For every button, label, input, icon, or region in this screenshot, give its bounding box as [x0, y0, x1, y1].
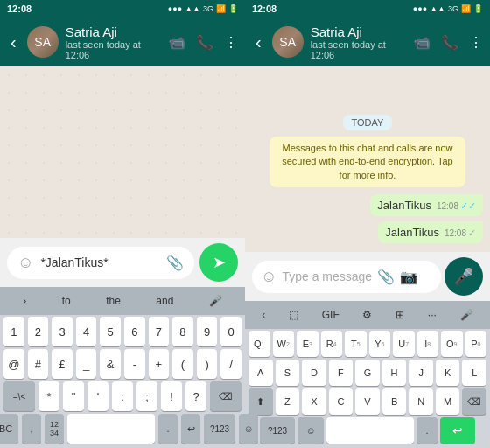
key-amp[interactable]: & [100, 349, 121, 379]
attach-icon-right[interactable]: 📎 [377, 269, 395, 285]
kb-tool-the[interactable]: the [102, 293, 124, 309]
rkey-a[interactable]: A [248, 360, 273, 386]
rkey-v[interactable]: V [355, 388, 380, 415]
key-exclaim[interactable]: ! [161, 382, 182, 411]
mic-button[interactable]: 🎤 [444, 257, 483, 296]
rkey-u[interactable]: U7 [393, 331, 415, 357]
key-question[interactable]: ? [186, 382, 206, 411]
rkey-t[interactable]: T5 [345, 331, 367, 357]
key-quote[interactable]: " [63, 382, 84, 411]
key-hash[interactable]: # [28, 349, 49, 379]
key-3[interactable]: 3 [52, 317, 73, 346]
emoji-icon-left[interactable]: ☺ [18, 254, 33, 272]
key-num-switch[interactable]: 1234 [45, 414, 64, 444]
rkb-box[interactable]: ⬚ [285, 307, 302, 323]
key-1[interactable]: 1 [4, 317, 24, 346]
key-oparen[interactable]: ( [172, 349, 193, 379]
rkey-g[interactable]: G [355, 360, 380, 386]
key-backspace[interactable]: ⌫ [210, 382, 242, 411]
back-button-left[interactable]: ‹ [7, 29, 20, 56]
rkey-q[interactable]: Q1 [248, 331, 270, 357]
rkey-period[interactable]: . [416, 417, 438, 444]
rkey-l[interactable]: L [462, 360, 486, 386]
key-at[interactable]: @ [4, 349, 24, 379]
key-4[interactable]: 4 [76, 317, 97, 346]
rkey-s[interactable]: S [276, 360, 300, 386]
rkb-prev[interactable]: ‹ [258, 307, 269, 323]
rkey-b[interactable]: B [382, 388, 407, 415]
key-emoji[interactable]: ☺ [239, 414, 258, 444]
rkey-y[interactable]: Y6 [369, 331, 391, 357]
key-9[interactable]: 9 [197, 317, 218, 346]
video-call-icon[interactable]: 📹 [168, 34, 186, 51]
rkb-gear[interactable]: ⚙ [359, 307, 375, 323]
rkey-backspace[interactable]: ⌫ [462, 388, 486, 415]
rkey-f[interactable]: F [329, 360, 354, 386]
key-semicolon[interactable]: ; [136, 382, 158, 411]
right-input-box[interactable]: ☺ Type a message 📎 📷 [252, 261, 441, 293]
rkey-shift[interactable]: ⬆ [248, 388, 273, 415]
emoji-icon-right[interactable]: ☺ [261, 268, 276, 286]
key-minus[interactable]: - [124, 349, 145, 379]
rkey-m[interactable]: M [436, 388, 460, 415]
rkey-123[interactable]: ?123 [260, 417, 295, 444]
contact-info-left[interactable]: Satria Aji last seen today at 12:06 [66, 24, 161, 60]
back-button-right[interactable]: ‹ [252, 29, 265, 56]
contact-info-right[interactable]: Satria Aji last seen today at 12:06 [311, 24, 406, 60]
menu-icon-left[interactable]: ⋮ [224, 34, 238, 51]
video-call-icon-right[interactable]: 📹 [413, 34, 430, 51]
key-pound[interactable]: £ [52, 349, 73, 379]
rkey-enter[interactable]: ↩ [440, 417, 475, 444]
key-0[interactable]: 0 [220, 317, 242, 346]
key-space[interactable] [67, 414, 155, 444]
send-button-left[interactable]: ➤ [200, 243, 238, 282]
kb-tool-to[interactable]: to [59, 293, 74, 309]
rkey-emoji-bottom[interactable]: ☺ [298, 417, 324, 444]
rkey-j[interactable]: J [409, 360, 433, 386]
rkey-i[interactable]: I8 [417, 331, 439, 357]
key-star[interactable]: * [38, 382, 60, 411]
kb-tool-prev[interactable]: › [19, 293, 30, 309]
rkey-o[interactable]: O9 [441, 331, 463, 357]
key-plus[interactable]: + [149, 349, 170, 379]
rkey-x[interactable]: X [302, 388, 326, 415]
key-6[interactable]: 6 [124, 317, 145, 346]
rkey-z[interactable]: Z [276, 388, 300, 415]
rkey-h[interactable]: H [382, 360, 407, 386]
left-input-box[interactable]: ☺ *JalanTikus* 📎 [7, 247, 194, 279]
rkb-gif[interactable]: GIF [318, 307, 343, 323]
kb-tool-mic[interactable]: 🎤 [206, 293, 226, 309]
rkey-space[interactable] [326, 417, 414, 444]
rkey-w[interactable]: W2 [273, 331, 295, 357]
key-comma[interactable]: , [22, 414, 41, 444]
key-8[interactable]: 8 [172, 317, 193, 346]
phone-call-icon[interactable]: 📞 [196, 34, 214, 51]
key-cparen[interactable]: ) [197, 349, 218, 379]
rkey-k[interactable]: K [436, 360, 460, 386]
key-2[interactable]: 2 [28, 317, 49, 346]
key-apostrophe[interactable]: ' [88, 382, 108, 411]
system-message[interactable]: Messages to this chat and calls are now … [270, 136, 466, 187]
camera-icon[interactable]: 📷 [400, 269, 417, 285]
key-123[interactable]: ?123 [204, 414, 235, 444]
phone-call-icon-right[interactable]: 📞 [441, 34, 458, 51]
rkey-n[interactable]: N [409, 388, 433, 415]
key-7[interactable]: 7 [149, 317, 170, 346]
key-underscore[interactable]: _ [76, 349, 97, 379]
menu-icon-right[interactable]: ⋮ [469, 34, 483, 51]
key-period[interactable]: . [158, 414, 178, 444]
key-equals-bslash[interactable]: =\< [4, 382, 35, 411]
rkey-e[interactable]: E3 [297, 331, 318, 357]
rkb-grid[interactable]: ⊞ [392, 307, 408, 323]
key-slash[interactable]: / [220, 349, 242, 379]
key-colon[interactable]: : [112, 382, 133, 411]
rkey-r[interactable]: R4 [321, 331, 343, 357]
key-abc[interactable]: ABC [0, 414, 18, 444]
rkey-c[interactable]: C [329, 388, 354, 415]
rkb-more[interactable]: ··· [424, 307, 440, 323]
attach-icon-left[interactable]: 📎 [166, 255, 184, 271]
key-5[interactable]: 5 [100, 317, 121, 346]
rkey-d[interactable]: D [302, 360, 326, 386]
rkb-mic[interactable]: 🎤 [457, 307, 477, 323]
rkey-p[interactable]: P0 [466, 331, 487, 357]
